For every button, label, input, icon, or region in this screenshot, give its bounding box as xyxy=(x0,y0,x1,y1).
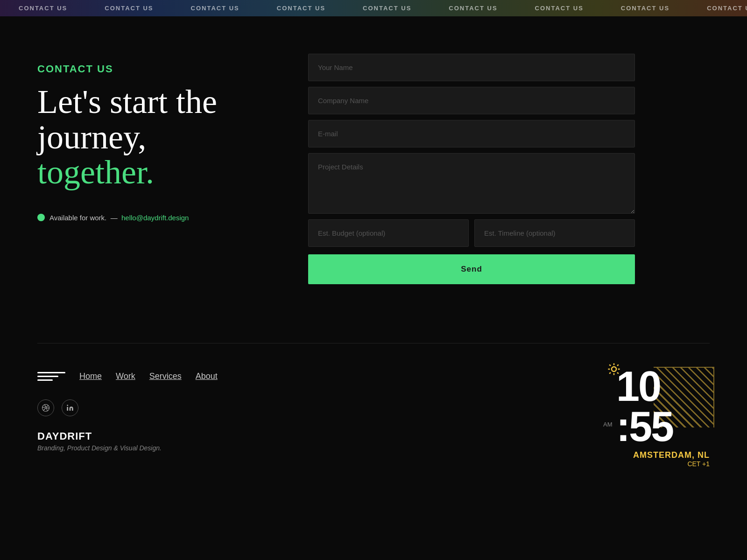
project-details-textarea[interactable] xyxy=(308,153,635,214)
nav-link-work[interactable]: Work xyxy=(116,371,135,381)
logo-icon xyxy=(37,367,65,385)
svg-point-2 xyxy=(612,367,616,371)
am-label: AM xyxy=(603,421,613,428)
marquee-item: CONTACT US xyxy=(344,5,430,12)
availability-email-link[interactable]: hello@daydrift.design xyxy=(121,214,189,222)
headline-line2: together. xyxy=(37,155,280,190)
headline-line1: Let's start the journey, xyxy=(37,83,217,156)
nav-link-services[interactable]: Services xyxy=(149,371,182,381)
nav-link-home[interactable]: Home xyxy=(79,371,102,381)
location-city: AMSTERDAM, NL xyxy=(616,450,710,460)
location-timezone: CET +1 xyxy=(616,460,710,468)
timeline-input[interactable] xyxy=(474,219,635,247)
marquee-item: CONTACT US xyxy=(602,5,688,12)
clock-hour: 10 xyxy=(616,367,673,407)
brand-tagline: Branding, Product Design & Visual Design… xyxy=(37,444,218,452)
linkedin-icon[interactable] xyxy=(62,399,78,416)
marquee-item: CONTACT US xyxy=(258,5,344,12)
logo-line-2 xyxy=(37,376,58,377)
marquee-item: CONTACT US xyxy=(86,5,172,12)
left-column: CONTACT US Let's start the journey, toge… xyxy=(37,54,280,315)
footer-left: Home Work Services About DAYDRIFT xyxy=(37,367,218,452)
footer: Home Work Services About DAYDRIFT xyxy=(0,343,747,496)
marquee-item: CONTACT US xyxy=(172,5,258,12)
contact-label: CONTACT US xyxy=(37,63,280,75)
marquee-bar: CONTACT US CONTACT US CONTACT US CONTACT… xyxy=(0,0,747,16)
email-input[interactable] xyxy=(308,120,635,147)
footer-right: AM 10 :55 AMSTERDAM, NL CET +1 xyxy=(616,367,710,468)
svg-point-1 xyxy=(67,405,68,406)
company-input[interactable] xyxy=(308,87,635,114)
brand-block: DAYDRIFT Branding, Product Design & Visu… xyxy=(37,430,218,452)
clock-row: AM 10 :55 xyxy=(616,367,710,447)
logo-line-1 xyxy=(37,372,65,373)
dribbble-icon[interactable] xyxy=(37,399,54,416)
clock-time: 10 :55 xyxy=(616,367,673,447)
marquee-item: CONTACT US xyxy=(516,5,602,12)
social-icons xyxy=(37,399,218,416)
svg-line-10 xyxy=(609,372,611,374)
marquee-track: CONTACT US CONTACT US CONTACT US CONTACT… xyxy=(0,5,747,12)
budget-timeline-row xyxy=(308,219,635,247)
main-section: CONTACT US Let's start the journey, toge… xyxy=(0,16,747,343)
svg-line-7 xyxy=(609,364,611,366)
availability-text: Available for work. — hello@daydrift.des… xyxy=(49,214,189,222)
send-button[interactable]: Send xyxy=(308,254,635,284)
location-block: AMSTERDAM, NL CET +1 xyxy=(616,450,710,468)
clock-minute: :55 xyxy=(616,407,673,447)
marquee-item: CONTACT US xyxy=(688,5,747,12)
name-input[interactable] xyxy=(308,54,635,81)
clock-container: AM 10 :55 AMSTERDAM, NL CET +1 xyxy=(616,367,710,468)
nav-link-about[interactable]: About xyxy=(196,371,218,381)
headline: Let's start the journey, together. xyxy=(37,84,280,190)
marquee-item: CONTACT US xyxy=(0,5,86,12)
availability-dot xyxy=(37,214,45,221)
footer-nav: Home Work Services About xyxy=(37,367,218,385)
contact-form: Send xyxy=(308,54,635,315)
availability-row: Available for work. — hello@daydrift.des… xyxy=(37,214,280,222)
marquee-item: CONTACT US xyxy=(430,5,516,12)
brand-name: DAYDRIFT xyxy=(37,430,218,442)
budget-input[interactable] xyxy=(308,219,469,247)
logo-line-3 xyxy=(37,379,53,381)
